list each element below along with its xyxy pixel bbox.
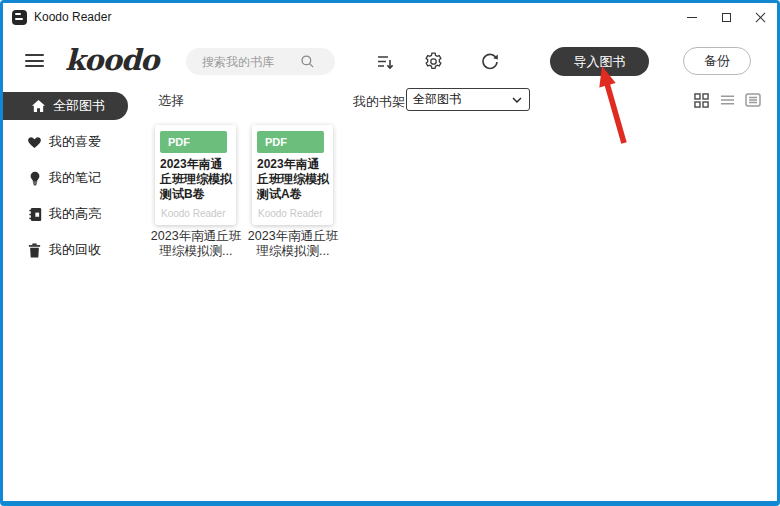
- sidebar-item-trash[interactable]: 我的回收: [3, 236, 128, 264]
- view-mode-switcher: [692, 91, 762, 109]
- minimize-button[interactable]: [675, 3, 709, 31]
- grid-view-icon[interactable]: [692, 91, 710, 109]
- book-card[interactable]: PDF 2023年南通丘班理综模拟测试A卷 Koodo Reader: [252, 125, 333, 225]
- book-cover-title: 2023年南通丘班理综模拟测试A卷: [257, 157, 330, 202]
- sidebar-item-label: 我的回收: [49, 241, 101, 259]
- window-title: Koodo Reader: [34, 10, 111, 24]
- sidebar-item-all-books[interactable]: 全部图书: [3, 92, 128, 120]
- sidebar-item-label: 我的笔记: [49, 169, 101, 187]
- book-caption[interactable]: 2023年南通丘班理综模拟测...: [245, 229, 341, 259]
- bookshelf-select-value: 全部图书: [413, 91, 461, 108]
- koodo-logo: koodo: [65, 43, 158, 77]
- bookshelf-label: 我的书架: [353, 93, 405, 111]
- close-icon: [755, 12, 766, 23]
- sidebar-item-notes[interactable]: 我的笔记: [3, 164, 128, 192]
- backup-button[interactable]: 备份: [683, 47, 751, 75]
- format-badge: PDF: [160, 131, 227, 153]
- format-badge: PDF: [257, 131, 324, 153]
- search-icon: [300, 54, 315, 69]
- sidebar-item-label: 我的高亮: [49, 205, 101, 223]
- home-icon: [30, 99, 47, 113]
- sidebar-item-label: 我的喜爱: [49, 133, 101, 151]
- menu-icon[interactable]: [25, 54, 44, 67]
- list-view-icon[interactable]: [718, 91, 736, 109]
- maximize-button[interactable]: [709, 3, 743, 31]
- sort-icon[interactable]: [374, 51, 396, 73]
- search-input[interactable]: [200, 54, 300, 70]
- bulb-icon: [26, 171, 43, 186]
- bookshelf-select[interactable]: 全部图书: [406, 88, 530, 111]
- cover-view-icon[interactable]: [744, 91, 762, 109]
- settings-gear-icon[interactable]: [422, 50, 444, 72]
- sidebar-item-favorites[interactable]: 我的喜爱: [3, 128, 128, 156]
- title-bar: Koodo Reader: [3, 3, 777, 31]
- red-arrow-annotation: [593, 63, 643, 151]
- search-box[interactable]: [186, 48, 335, 75]
- book-cover-title: 2023年南通丘班理综模拟测试B卷: [160, 157, 233, 202]
- chevron-down-icon: [512, 97, 522, 103]
- minimize-icon: [687, 17, 697, 18]
- book-card[interactable]: PDF 2023年南通丘班理综模拟测试B卷 Koodo Reader: [155, 125, 236, 225]
- cover-watermark: Koodo Reader: [258, 208, 323, 219]
- maximize-icon: [722, 13, 731, 22]
- book-caption[interactable]: 2023年南通丘班理综模拟测...: [148, 229, 244, 259]
- trash-icon: [26, 243, 43, 258]
- koodo-reader-window: Koodo Reader koodo: [0, 0, 780, 506]
- import-books-button[interactable]: 导入图书: [550, 47, 649, 76]
- select-mode-toggle[interactable]: 选择: [158, 92, 184, 110]
- heart-icon: [26, 136, 43, 149]
- sidebar-item-highlights[interactable]: 我的高亮: [3, 200, 128, 228]
- app-icon: [12, 10, 27, 25]
- close-button[interactable]: [743, 3, 777, 31]
- refresh-icon[interactable]: [479, 51, 501, 73]
- book-icon: [26, 207, 43, 222]
- cover-watermark: Koodo Reader: [161, 208, 226, 219]
- window-controls: [675, 3, 777, 31]
- sidebar-item-label: 全部图书: [53, 97, 105, 115]
